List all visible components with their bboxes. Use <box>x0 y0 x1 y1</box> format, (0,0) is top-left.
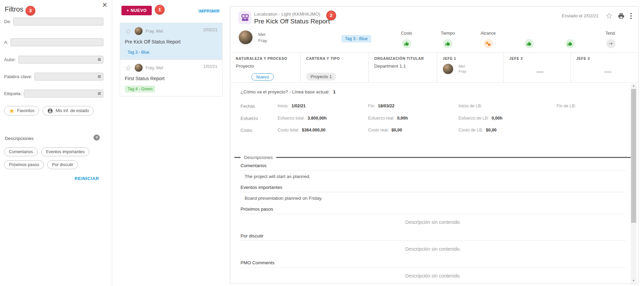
list-menu-icon[interactable]: ≡ <box>98 74 101 79</box>
project-name-label: Localization - Light (KKMHKJMO) <box>254 12 320 17</box>
printer-icon[interactable] <box>618 13 625 19</box>
column-header: ORGANIZACIÓN TITULAR <box>374 56 437 60</box>
filter-field-to: A: <box>4 38 103 46</box>
help-icon[interactable]: ? <box>94 135 100 141</box>
close-icon[interactable]: × <box>102 0 107 10</box>
report-tag: Tag 4 - Green <box>125 86 155 92</box>
annotation-badge-2: 2 <box>326 11 336 20</box>
annotation-badge-3: 3 <box>26 6 35 16</box>
field-label: Autor: <box>4 57 16 62</box>
favorite-star-icon[interactable] <box>125 28 132 35</box>
description-chip-proximos[interactable]: Próximos pasos <box>4 160 44 169</box>
empty-value-dash <box>536 71 544 73</box>
to-date-input[interactable] <box>11 38 103 46</box>
new-report-button[interactable]: + NUEVO <box>121 6 152 15</box>
button-label: Mis inf. de estado <box>55 108 89 113</box>
description-section-proximos: Próximos pasos Descripción sin contenido… <box>241 205 626 225</box>
report-list-item[interactable]: Fray, Mel 2/02/21 Pre Kick Off Status Re… <box>120 23 222 60</box>
project-status-title: ¿Cómo va el proyecto? - Línea base actua… <box>241 89 335 94</box>
report-list-item[interactable]: Fray, Mel 1/02/21 First Status Report Ta… <box>120 59 222 96</box>
author-first-name: Mel <box>258 32 267 38</box>
button-label: Favoritos <box>17 108 34 113</box>
sent-date-label: Enviado el 2/02/21 <box>562 13 598 18</box>
my-status-reports-button[interactable]: Mis inf. de estado <box>43 106 94 115</box>
thumbs-mixed-icon <box>485 41 491 47</box>
scrollbar-thumb[interactable] <box>631 89 636 223</box>
thumbs-up-icon <box>527 41 531 46</box>
list-menu-icon[interactable]: ≡ <box>98 91 101 96</box>
row-label: Fechas <box>241 104 255 109</box>
row-label: Esfuerzo <box>241 116 258 121</box>
favorite-star-icon[interactable] <box>125 65 132 71</box>
report-author: Fray, Mel <box>146 66 163 70</box>
tag-select-input[interactable]: ≡ <box>24 90 103 97</box>
from-date-input[interactable] <box>13 18 103 25</box>
section-content: The project will start as planned. <box>245 174 626 179</box>
description-section-eventos: Eventos importantes Board presentation p… <box>241 183 626 201</box>
indicator-4 <box>514 31 544 48</box>
metric-value: 0,00h <box>397 116 408 121</box>
info-cell-jefe1: JEFE 1 Mel Fray <box>437 53 504 82</box>
author-last-name: Fray <box>258 38 267 44</box>
description-chip-discutir[interactable]: Por discutir <box>47 160 78 169</box>
avatar <box>443 64 453 74</box>
scroll-up-arrow-icon[interactable]: ▲ <box>631 84 637 88</box>
reports-list-panel: + NUEVO 1 IMPRIMIR Fray, Mel 2/02/21 Pre… <box>112 0 230 286</box>
metric-value: 0,00h <box>492 116 502 121</box>
person-last-name: Fray <box>459 69 466 74</box>
print-link[interactable]: IMPRIMIR <box>199 9 220 14</box>
descriptions-divider: Descripciones <box>234 155 632 160</box>
info-cell-cartera: CARTERA Y TIPO Proyecto 1 <box>301 53 369 82</box>
info-cell-jefe2: JEFE 2 <box>504 53 571 82</box>
metric-label: Inicio de LB: <box>459 104 482 108</box>
avatar <box>134 27 143 35</box>
report-author: Fray, Mel <box>146 29 163 34</box>
report-tag: Tag 3 - Blue <box>342 35 371 42</box>
report-author-name: Mel Fray <box>258 32 267 44</box>
report-tag: Tag 3 - Blue <box>125 49 152 56</box>
section-title: PMO Comments <box>241 258 626 268</box>
section-content-empty: Descripción sin contenido. <box>241 219 626 225</box>
description-chip-eventos[interactable]: Eventos importantes <box>41 147 89 156</box>
descriptions-heading: Descripciones <box>244 155 273 160</box>
favorite-star-icon[interactable] <box>605 12 613 20</box>
metric-label: Costo de LB: <box>459 128 483 132</box>
favorites-filter-button[interactable]: Favoritos <box>4 106 39 115</box>
metric-value: $364.000,00 <box>302 128 326 132</box>
report-detail-title: Pre Kick Off Status Report <box>254 18 330 25</box>
indicator-tiempo: Tiempo <box>432 31 463 48</box>
account-icon <box>47 108 53 114</box>
metric-value: 1/02/21 <box>292 104 306 108</box>
baseline-value: 1 <box>333 89 336 94</box>
indicator-label: Alcance <box>473 31 503 37</box>
metric-label: Costo total: <box>278 128 299 132</box>
indicator-label: Costo <box>391 31 422 37</box>
metric-value: $0,00 <box>391 128 402 132</box>
metric-label: Esfuerzo total: <box>278 116 305 121</box>
cell-value: Department 1.1 <box>374 64 437 69</box>
trend-arrow-icon <box>608 41 613 46</box>
person-first-name: Mel <box>459 64 466 69</box>
empty-value-dash <box>604 71 612 73</box>
kebab-menu-icon[interactable] <box>629 13 633 19</box>
indicator-5 <box>555 31 585 48</box>
field-label: Palabra clave: <box>4 74 32 79</box>
section-title: Comentarios <box>241 161 626 171</box>
indicator-costo: Costo <box>391 31 422 48</box>
reset-filters-link[interactable]: REINICIAR <box>75 176 99 181</box>
metric-label: Fin de LB: <box>557 104 576 108</box>
metric-label: Esfuerzo de LB: <box>459 116 489 121</box>
row-label: Costo <box>241 128 252 133</box>
report-title: First Status Report <box>125 76 217 81</box>
keyword-select-input[interactable]: ≡ <box>34 73 103 81</box>
description-chip-comentarios[interactable]: Comentarios <box>4 147 38 156</box>
vertical-scrollbar[interactable]: ▲ ▼ <box>631 84 637 283</box>
status-row-esfuerzo: Esfuerzo Esfuerzo total:3.800,00h Esfuer… <box>230 116 638 122</box>
author-select-input[interactable]: ≡ <box>18 56 103 64</box>
scroll-down-arrow-icon[interactable]: ▼ <box>631 279 637 283</box>
list-menu-icon[interactable]: ≡ <box>98 57 101 62</box>
indicator-label <box>514 31 544 37</box>
filters-sidebar: × Filtros 3 De: A: Autor: ≡ Palabra clav… <box>0 0 112 286</box>
report-title: Pre Kick Off Status Report <box>125 39 217 44</box>
metric-label: Inicio: <box>278 104 289 108</box>
